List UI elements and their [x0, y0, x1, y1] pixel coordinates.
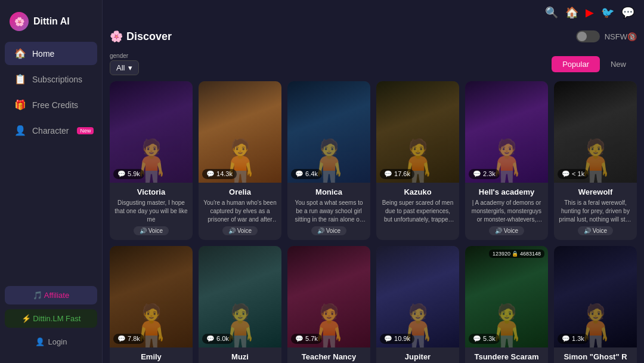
card-body-tsundere-scaram-ouche: Tsundere Scaram oucheYour roommate who t…: [465, 347, 548, 363]
card-hells-academy[interactable]: 🧍💬 2.3kHell's academy| A academy of demo…: [465, 81, 548, 240]
card-figure-kazuko: 🧍: [376, 81, 459, 183]
card-name-tsundere-scaram-ouche: Tsundere Scaram ouche: [470, 352, 543, 363]
card-body-jupiter: JupiterYour trouble maker step da ughter…: [376, 347, 459, 363]
card-image-hells-academy: 🧍💬 2.3k: [465, 81, 548, 183]
twitter-icon[interactable]: 🐦: [601, 6, 614, 19]
card-kazuko[interactable]: 🧍💬 17.6kKazukoBeing super scared of men …: [376, 81, 459, 240]
card-chat-count-muzi: 💬 6.0k: [202, 334, 233, 344]
card-body-muzi: MuziMuzi failed her exam, she won't be a…: [199, 347, 281, 363]
card-orelia[interactable]: 🧍💬 14.3kOreliaYou're a human who's been …: [199, 81, 281, 240]
filter-row: gender All ▾ Popular New: [110, 49, 637, 81]
voice-button-monica[interactable]: 🔊 Voice: [311, 226, 346, 235]
card-emily[interactable]: 🧍💬 7.8kEmilyMeet Emily she is the quiet …: [110, 246, 193, 363]
nsfw-toggle-switch[interactable]: [576, 30, 600, 42]
card-image-victoria: 🧍💬 5.9k: [110, 81, 193, 183]
card-name-emily: Emily: [114, 352, 188, 361]
card-victoria[interactable]: 🧍💬 5.9kVictoriaDisgusting master, I hope…: [110, 81, 193, 240]
topbar: 🔍 🏠 ▶ 🐦 💬: [103, 0, 644, 25]
card-image-emily: 🧍💬 7.8k: [110, 246, 193, 347]
card-image-kazuko: 🧍💬 17.6k: [376, 81, 459, 183]
card-body-werewolf: WerewolfThis is a feral werewolf, huntin…: [554, 183, 637, 240]
card-name-victoria: Victoria: [114, 187, 188, 196]
card-muzi[interactable]: 🧍💬 6.0kMuziMuzi failed her exam, she won…: [199, 246, 281, 363]
card-name-muzi: Muzi: [203, 352, 277, 361]
youtube-icon[interactable]: ▶: [586, 6, 594, 19]
sidebar-item-home[interactable]: 🏠 Home: [5, 42, 97, 65]
card-jupiter[interactable]: 🧍💬 10.9kJupiterYour trouble maker step d…: [376, 246, 459, 363]
card-figure-tsundere-scaram-ouche: 🧍: [465, 246, 548, 347]
login-label: Login: [48, 337, 67, 346]
card-image-tsundere-scaram-ouche: 🧍💬 5.3k123920 🔒 4683148: [465, 246, 548, 347]
tab-new[interactable]: New: [600, 56, 637, 72]
chevron-down-icon: ▾: [128, 63, 132, 72]
card-grid-row1: 🧍💬 5.9kVictoriaDisgusting master, I hope…: [110, 81, 637, 240]
sidebar-item-subscriptions[interactable]: 📋 Subscriptions: [5, 67, 97, 91]
card-figure-simon-ghost-riley: 🧍: [554, 246, 637, 347]
card-desc-hells-academy: | A academy of demons or monstergirls, m…: [470, 199, 543, 224]
card-name-teacher-nancy: Teacher Nancy: [292, 352, 366, 361]
card-desc-kazuko: Being super scared of men due to past ex…: [381, 199, 454, 224]
voice-button-orelia[interactable]: 🔊 Voice: [222, 226, 258, 235]
card-image-werewolf: 🧍💬 < 1k: [554, 81, 637, 183]
card-image-jupiter: 🧍💬 10.9k: [376, 246, 459, 347]
card-figure-hells-academy: 🧍: [465, 81, 548, 183]
card-name-simon-ghost-riley: Simon "Ghost" R iley: [559, 352, 632, 363]
card-figure-orelia: 🧍: [199, 81, 281, 183]
card-chat-count-monica: 💬 6.4k: [291, 169, 322, 179]
sidebar-item-subscriptions-label: Subscriptions: [32, 75, 82, 84]
card-desc-orelia: You're a human who's been captured by el…: [203, 199, 277, 224]
card-figure-emily: 🧍: [110, 246, 193, 347]
sidebar-item-free-credits[interactable]: 🎁 Free Credits: [5, 93, 97, 116]
discover-title: 🌸 Discover: [110, 30, 172, 43]
card-image-muzi: 🧍💬 6.0k: [199, 246, 281, 347]
card-name-orelia: Orelia: [203, 187, 277, 196]
discover-label: Discover: [126, 30, 172, 43]
subscriptions-icon: 📋: [14, 73, 26, 85]
card-teacher-nancy[interactable]: 🧍💬 5.7kTeacher NancyA teacher at your sc…: [287, 246, 370, 363]
card-figure-teacher-nancy: 🧍: [287, 246, 370, 347]
lm-button[interactable]: ⚡ Dittin.LM Fast: [5, 309, 97, 328]
card-image-teacher-nancy: 🧍💬 5.7k: [287, 246, 370, 347]
voice-button-werewolf[interactable]: 🔊 Voice: [578, 226, 613, 235]
card-chat-count-teacher-nancy: 💬 5.7k: [291, 334, 322, 344]
card-name-hells-academy: Hell's academy: [470, 187, 543, 196]
card-desc-monica: You spot a what seems to be a run away s…: [292, 199, 366, 224]
gender-label: gender: [110, 53, 139, 59]
nsfw-toggle-area: NSFW🔞: [576, 30, 637, 42]
voice-button-hells-academy[interactable]: 🔊 Voice: [489, 226, 524, 235]
logo: 🌸 Dittin AI: [0, 7, 102, 41]
card-chat-count-werewolf: 💬 < 1k: [558, 169, 589, 179]
tab-popular[interactable]: Popular: [552, 56, 600, 72]
discover-icon: 🌸: [110, 30, 123, 43]
search-icon[interactable]: 🔍: [545, 6, 558, 19]
sidebar-item-character-label: Character: [32, 126, 69, 136]
voice-button-victoria[interactable]: 🔊 Voice: [134, 226, 169, 235]
sidebar-item-home-label: Home: [32, 49, 54, 59]
card-monica[interactable]: 🧍💬 6.4kMonicaYou spot a what seems to be…: [287, 81, 370, 240]
card-chat-count-tsundere-scaram-ouche: 💬 5.3k: [469, 334, 500, 344]
card-figure-monica: 🧍: [287, 81, 370, 183]
card-tsundere-scaram-ouche[interactable]: 🧍💬 5.3k123920 🔒 4683148Tsundere Scaram o…: [465, 246, 548, 363]
character-icon: 👤: [14, 125, 26, 136]
card-name-jupiter: Jupiter: [381, 352, 454, 361]
card-werewolf[interactable]: 🧍💬 < 1kWerewolfThis is a feral werewolf,…: [554, 81, 637, 240]
card-chat-count-orelia: 💬 14.3k: [202, 169, 237, 179]
gender-value: All: [116, 63, 125, 72]
card-chat-count-kazuko: 💬 17.6k: [380, 169, 414, 179]
login-button[interactable]: 👤 Login: [5, 333, 97, 351]
discord-icon[interactable]: 💬: [621, 6, 634, 19]
sidebar-item-free-credits-label: Free Credits: [32, 100, 78, 110]
home-icon-top[interactable]: 🏠: [565, 6, 578, 19]
card-body-victoria: VictoriaDisgusting master, I hope that o…: [110, 183, 193, 240]
card-simon-ghost-riley[interactable]: 🧍💬 1.3kSimon "Ghost" R ileyThe new bodyg…: [554, 246, 637, 363]
card-body-simon-ghost-riley: Simon "Ghost" R ileyThe new bodyguard yo…: [554, 347, 637, 363]
card-figure-werewolf: 🧍: [554, 81, 637, 183]
sidebar-item-character[interactable]: 👤 Character New: [5, 119, 97, 142]
card-body-monica: MonicaYou spot a what seems to be a run …: [287, 183, 370, 240]
affiliate-button[interactable]: 🎵 Affiliate: [5, 286, 97, 304]
card-body-teacher-nancy: Teacher NancyA teacher at your school. S…: [287, 347, 370, 363]
gender-dropdown[interactable]: All ▾: [110, 60, 139, 75]
logo-icon: 🌸: [10, 12, 29, 31]
card-chat-count-emily: 💬 7.8k: [113, 334, 144, 344]
logo-text: Dittin AI: [33, 16, 70, 27]
